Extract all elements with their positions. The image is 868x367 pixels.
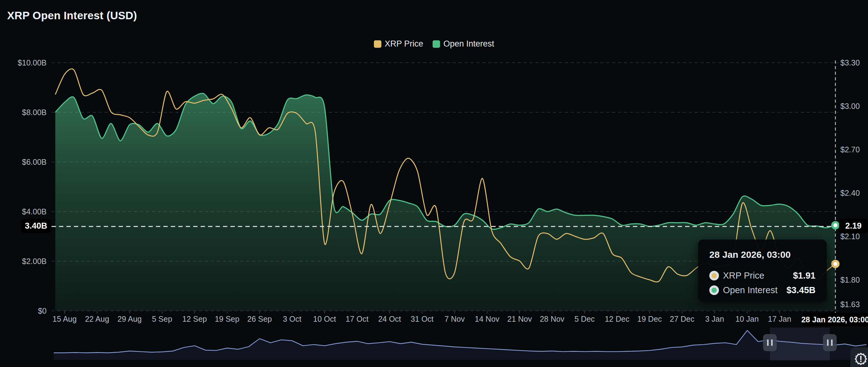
navigator[interactable] <box>0 0 868 367</box>
pause-bars-icon <box>767 339 769 346</box>
alert-badge-button[interactable]: ! <box>850 347 868 367</box>
svg-text:!: ! <box>859 354 862 364</box>
pause-bars-icon <box>827 339 829 346</box>
navigator-right-handle[interactable] <box>823 334 837 351</box>
navigator-left-handle[interactable] <box>763 334 777 351</box>
alert-seal-icon: ! <box>850 347 868 367</box>
chart-root: XRP Open Interest (USD) XRP Price Open I… <box>0 0 868 367</box>
navigator-selection[interactable] <box>770 328 830 361</box>
